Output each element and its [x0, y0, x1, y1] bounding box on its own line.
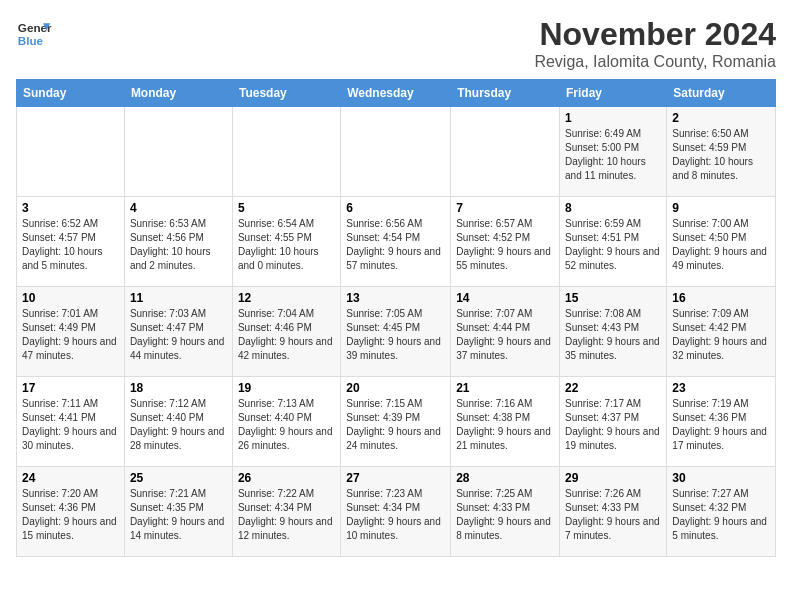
day-number: 24	[22, 471, 119, 485]
day-info: Sunrise: 7:22 AM Sunset: 4:34 PM Dayligh…	[238, 487, 335, 543]
day-cell: 3Sunrise: 6:52 AM Sunset: 4:57 PM Daylig…	[17, 197, 125, 287]
day-info: Sunrise: 7:25 AM Sunset: 4:33 PM Dayligh…	[456, 487, 554, 543]
day-info: Sunrise: 7:00 AM Sunset: 4:50 PM Dayligh…	[672, 217, 770, 273]
svg-text:Blue: Blue	[18, 34, 44, 47]
day-number: 22	[565, 381, 661, 395]
day-number: 26	[238, 471, 335, 485]
page-header: General Blue November 2024 Reviga, Ialom…	[16, 16, 776, 71]
week-row-1: 1Sunrise: 6:49 AM Sunset: 5:00 PM Daylig…	[17, 107, 776, 197]
day-cell: 7Sunrise: 6:57 AM Sunset: 4:52 PM Daylig…	[451, 197, 560, 287]
day-number: 10	[22, 291, 119, 305]
day-info: Sunrise: 7:26 AM Sunset: 4:33 PM Dayligh…	[565, 487, 661, 543]
header-cell-sunday: Sunday	[17, 80, 125, 107]
header-cell-thursday: Thursday	[451, 80, 560, 107]
day-cell: 22Sunrise: 7:17 AM Sunset: 4:37 PM Dayli…	[560, 377, 667, 467]
day-number: 15	[565, 291, 661, 305]
day-number: 8	[565, 201, 661, 215]
day-number: 5	[238, 201, 335, 215]
day-cell	[341, 107, 451, 197]
header-cell-friday: Friday	[560, 80, 667, 107]
day-number: 19	[238, 381, 335, 395]
logo: General Blue	[16, 16, 52, 52]
day-cell: 12Sunrise: 7:04 AM Sunset: 4:46 PM Dayli…	[232, 287, 340, 377]
header-row: SundayMondayTuesdayWednesdayThursdayFrid…	[17, 80, 776, 107]
day-info: Sunrise: 6:49 AM Sunset: 5:00 PM Dayligh…	[565, 127, 661, 183]
day-number: 18	[130, 381, 227, 395]
day-cell: 21Sunrise: 7:16 AM Sunset: 4:38 PM Dayli…	[451, 377, 560, 467]
day-cell: 26Sunrise: 7:22 AM Sunset: 4:34 PM Dayli…	[232, 467, 340, 557]
day-info: Sunrise: 6:56 AM Sunset: 4:54 PM Dayligh…	[346, 217, 445, 273]
day-info: Sunrise: 7:20 AM Sunset: 4:36 PM Dayligh…	[22, 487, 119, 543]
day-info: Sunrise: 7:11 AM Sunset: 4:41 PM Dayligh…	[22, 397, 119, 453]
day-info: Sunrise: 7:23 AM Sunset: 4:34 PM Dayligh…	[346, 487, 445, 543]
day-number: 11	[130, 291, 227, 305]
day-cell: 15Sunrise: 7:08 AM Sunset: 4:43 PM Dayli…	[560, 287, 667, 377]
header-cell-monday: Monday	[124, 80, 232, 107]
day-cell: 2Sunrise: 6:50 AM Sunset: 4:59 PM Daylig…	[667, 107, 776, 197]
day-info: Sunrise: 6:53 AM Sunset: 4:56 PM Dayligh…	[130, 217, 227, 273]
day-cell	[124, 107, 232, 197]
day-number: 25	[130, 471, 227, 485]
calendar-body: 1Sunrise: 6:49 AM Sunset: 5:00 PM Daylig…	[17, 107, 776, 557]
week-row-2: 3Sunrise: 6:52 AM Sunset: 4:57 PM Daylig…	[17, 197, 776, 287]
day-cell: 4Sunrise: 6:53 AM Sunset: 4:56 PM Daylig…	[124, 197, 232, 287]
day-number: 14	[456, 291, 554, 305]
title-area: November 2024 Reviga, Ialomita County, R…	[534, 16, 776, 71]
header-cell-tuesday: Tuesday	[232, 80, 340, 107]
day-number: 27	[346, 471, 445, 485]
day-cell: 10Sunrise: 7:01 AM Sunset: 4:49 PM Dayli…	[17, 287, 125, 377]
day-cell: 19Sunrise: 7:13 AM Sunset: 4:40 PM Dayli…	[232, 377, 340, 467]
day-number: 4	[130, 201, 227, 215]
day-number: 23	[672, 381, 770, 395]
day-info: Sunrise: 7:03 AM Sunset: 4:47 PM Dayligh…	[130, 307, 227, 363]
day-info: Sunrise: 7:01 AM Sunset: 4:49 PM Dayligh…	[22, 307, 119, 363]
day-cell: 6Sunrise: 6:56 AM Sunset: 4:54 PM Daylig…	[341, 197, 451, 287]
day-info: Sunrise: 6:52 AM Sunset: 4:57 PM Dayligh…	[22, 217, 119, 273]
day-info: Sunrise: 7:07 AM Sunset: 4:44 PM Dayligh…	[456, 307, 554, 363]
day-cell: 25Sunrise: 7:21 AM Sunset: 4:35 PM Dayli…	[124, 467, 232, 557]
day-info: Sunrise: 7:08 AM Sunset: 4:43 PM Dayligh…	[565, 307, 661, 363]
week-row-4: 17Sunrise: 7:11 AM Sunset: 4:41 PM Dayli…	[17, 377, 776, 467]
day-number: 1	[565, 111, 661, 125]
day-cell	[232, 107, 340, 197]
day-cell: 8Sunrise: 6:59 AM Sunset: 4:51 PM Daylig…	[560, 197, 667, 287]
day-info: Sunrise: 7:04 AM Sunset: 4:46 PM Dayligh…	[238, 307, 335, 363]
day-cell: 23Sunrise: 7:19 AM Sunset: 4:36 PM Dayli…	[667, 377, 776, 467]
week-row-5: 24Sunrise: 7:20 AM Sunset: 4:36 PM Dayli…	[17, 467, 776, 557]
day-cell: 24Sunrise: 7:20 AM Sunset: 4:36 PM Dayli…	[17, 467, 125, 557]
header-cell-wednesday: Wednesday	[341, 80, 451, 107]
day-cell: 29Sunrise: 7:26 AM Sunset: 4:33 PM Dayli…	[560, 467, 667, 557]
day-cell: 28Sunrise: 7:25 AM Sunset: 4:33 PM Dayli…	[451, 467, 560, 557]
day-number: 9	[672, 201, 770, 215]
calendar-header: SundayMondayTuesdayWednesdayThursdayFrid…	[17, 80, 776, 107]
day-number: 3	[22, 201, 119, 215]
day-info: Sunrise: 6:50 AM Sunset: 4:59 PM Dayligh…	[672, 127, 770, 183]
day-number: 16	[672, 291, 770, 305]
day-cell: 18Sunrise: 7:12 AM Sunset: 4:40 PM Dayli…	[124, 377, 232, 467]
day-info: Sunrise: 7:16 AM Sunset: 4:38 PM Dayligh…	[456, 397, 554, 453]
day-number: 2	[672, 111, 770, 125]
day-info: Sunrise: 7:27 AM Sunset: 4:32 PM Dayligh…	[672, 487, 770, 543]
day-info: Sunrise: 7:17 AM Sunset: 4:37 PM Dayligh…	[565, 397, 661, 453]
day-info: Sunrise: 6:57 AM Sunset: 4:52 PM Dayligh…	[456, 217, 554, 273]
day-info: Sunrise: 6:59 AM Sunset: 4:51 PM Dayligh…	[565, 217, 661, 273]
day-number: 7	[456, 201, 554, 215]
day-number: 30	[672, 471, 770, 485]
day-number: 29	[565, 471, 661, 485]
day-number: 12	[238, 291, 335, 305]
day-number: 13	[346, 291, 445, 305]
location-title: Reviga, Ialomita County, Romania	[534, 53, 776, 71]
day-cell: 20Sunrise: 7:15 AM Sunset: 4:39 PM Dayli…	[341, 377, 451, 467]
day-cell: 27Sunrise: 7:23 AM Sunset: 4:34 PM Dayli…	[341, 467, 451, 557]
day-info: Sunrise: 7:13 AM Sunset: 4:40 PM Dayligh…	[238, 397, 335, 453]
day-cell	[451, 107, 560, 197]
day-info: Sunrise: 7:09 AM Sunset: 4:42 PM Dayligh…	[672, 307, 770, 363]
day-number: 20	[346, 381, 445, 395]
day-cell: 13Sunrise: 7:05 AM Sunset: 4:45 PM Dayli…	[341, 287, 451, 377]
day-cell: 16Sunrise: 7:09 AM Sunset: 4:42 PM Dayli…	[667, 287, 776, 377]
header-cell-saturday: Saturday	[667, 80, 776, 107]
day-cell	[17, 107, 125, 197]
day-cell: 1Sunrise: 6:49 AM Sunset: 5:00 PM Daylig…	[560, 107, 667, 197]
day-info: Sunrise: 7:15 AM Sunset: 4:39 PM Dayligh…	[346, 397, 445, 453]
day-info: Sunrise: 7:19 AM Sunset: 4:36 PM Dayligh…	[672, 397, 770, 453]
